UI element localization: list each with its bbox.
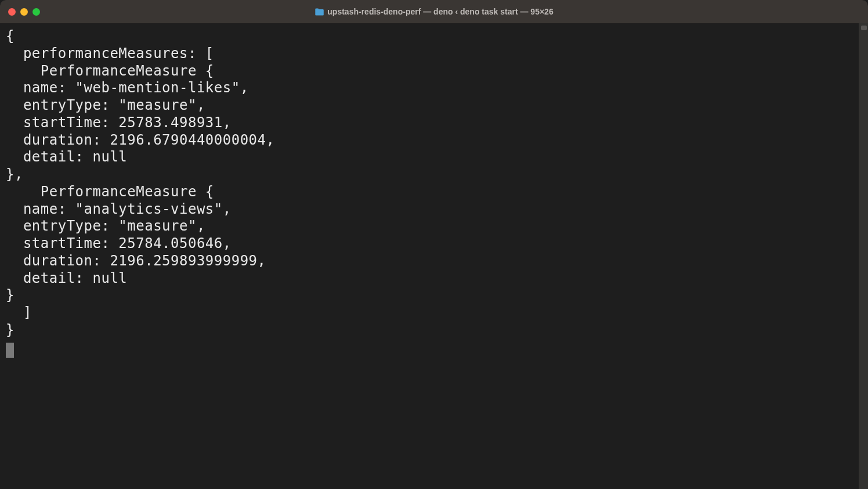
output-line: startTime: 25783.498931, [6,114,232,131]
output-line: duration: 2196.6790440000004, [6,132,274,148]
window-title: upstash-redis-deno-perf — deno ‹ deno ta… [314,7,553,16]
close-window-button[interactable] [8,8,16,16]
output-line: performanceMeasures: [ [6,45,214,62]
output-line: PerformanceMeasure { [6,184,214,200]
output-line: ] [6,304,32,321]
output-line: entryType: "measure", [6,218,205,234]
terminal-cursor [6,343,14,358]
output-line: } [6,287,15,303]
output-line: duration: 2196.259893999999, [6,253,266,269]
window-titlebar: upstash-redis-deno-perf — deno ‹ deno ta… [0,0,868,23]
minimize-window-button[interactable] [20,8,28,16]
terminal-output[interactable]: { performanceMeasures: [ PerformanceMeas… [0,23,868,489]
output-line: name: "analytics-views", [6,201,232,217]
output-line: startTime: 25784.050646, [6,235,232,251]
output-line: }, [6,166,23,182]
folder-icon [314,8,324,16]
output-line: } [6,322,15,338]
output-line: detail: null [6,149,127,165]
output-line: entryType: "measure", [6,97,205,113]
output-line: name: "web-mention-likes", [6,80,249,96]
output-line: PerformanceMeasure { [6,63,214,79]
traffic-lights [8,8,40,16]
output-line: detail: null [6,270,127,286]
window-title-text: upstash-redis-deno-perf — deno ‹ deno ta… [327,7,553,16]
output-line: { [6,28,15,44]
maximize-window-button[interactable] [32,8,40,16]
